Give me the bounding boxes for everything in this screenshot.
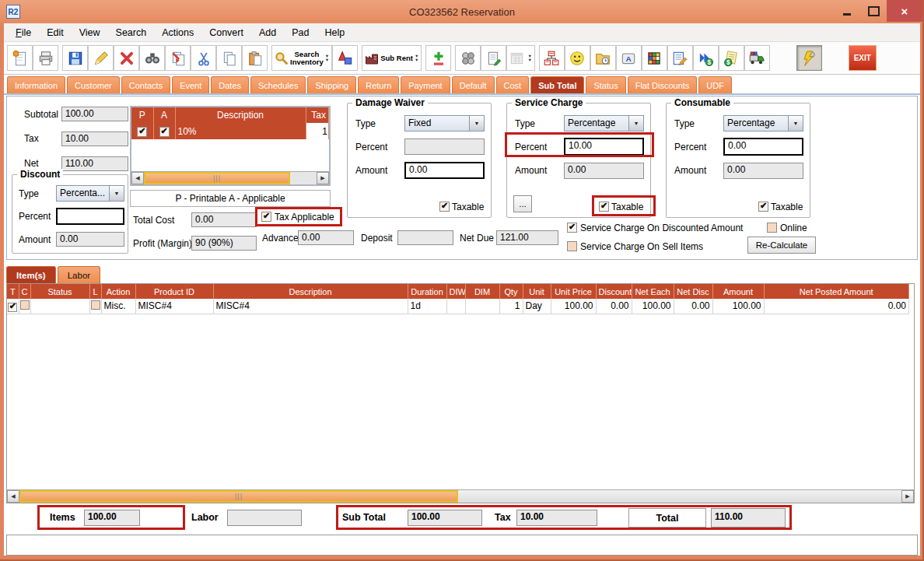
- scroll-left-icon[interactable]: ◀: [7, 490, 19, 503]
- tab-shipping[interactable]: Shipping: [307, 76, 356, 93]
- menu-actions[interactable]: Actions: [155, 25, 201, 40]
- search-inventory-button[interactable]: SearchInventory ▼▼: [271, 45, 332, 71]
- menu-help[interactable]: Help: [317, 25, 352, 40]
- tax-row[interactable]: 10% 1: [131, 123, 329, 139]
- co-type-dropdown[interactable]: Percentage ▼: [723, 115, 803, 131]
- advance-field[interactable]: 0.00: [298, 230, 354, 245]
- exit-button[interactable]: EXIT: [849, 45, 877, 71]
- deposit-field[interactable]: [397, 230, 453, 245]
- subtotal-field[interactable]: 100.00: [61, 107, 128, 121]
- print-button[interactable]: [33, 45, 58, 71]
- sub-rent-button[interactable]: Sub Rent ▼▼: [362, 45, 422, 71]
- chevron-down-icon[interactable]: ▼: [469, 116, 484, 131]
- menu-add[interactable]: Add: [252, 25, 283, 40]
- item-t-checkbox[interactable]: [8, 303, 17, 312]
- notes-button[interactable]: [481, 45, 506, 71]
- items-table-hscrollbar[interactable]: ◀ ▶: [7, 489, 914, 503]
- menu-view[interactable]: View: [72, 25, 107, 40]
- menu-edit[interactable]: Edit: [40, 25, 71, 40]
- tab-contacts[interactable]: Contacts: [121, 76, 170, 93]
- tab-event[interactable]: Event: [172, 76, 209, 93]
- minimize-button[interactable]: [834, 0, 860, 22]
- cut-button[interactable]: [191, 45, 216, 71]
- memo-edit-button[interactable]: [667, 45, 693, 71]
- sc-taxable-checkbox[interactable]: [599, 202, 609, 212]
- item-row[interactable]: Misc. MISC#4 MISC#4 1d 1 Day 100.00 0.00…: [7, 299, 909, 314]
- tab-payment[interactable]: Payment: [401, 76, 450, 93]
- total-cost-field[interactable]: 0.00: [191, 212, 257, 227]
- recalculate-button[interactable]: Re-Calculate: [747, 237, 816, 254]
- discount-percent-field[interactable]: [56, 208, 124, 225]
- sc-percent-field[interactable]: 10.00: [564, 138, 644, 156]
- co-taxable-checkbox[interactable]: [758, 202, 768, 212]
- menu-convert[interactable]: Convert: [202, 25, 250, 40]
- tax-table-scroll-thumb[interactable]: [144, 172, 290, 184]
- items-scroll-thumb[interactable]: [19, 490, 458, 503]
- save-button[interactable]: [62, 45, 88, 71]
- profit-field[interactable]: 90 (90%): [191, 236, 257, 251]
- tab-status[interactable]: Status: [586, 76, 625, 93]
- sc-on-discounted-checkbox[interactable]: [567, 223, 577, 233]
- scroll-right-icon[interactable]: ▶: [901, 490, 914, 503]
- sub-rent-dropdown[interactable]: ▼▼: [414, 54, 419, 62]
- discount-type-dropdown[interactable]: Percenta... ▼: [56, 185, 124, 202]
- invoice-button[interactable]: $: [719, 45, 744, 71]
- org-chart-button[interactable]: [539, 45, 565, 71]
- dw-type-dropdown[interactable]: Fixed ▼: [404, 115, 485, 131]
- menu-search[interactable]: Search: [109, 25, 154, 40]
- menu-pad[interactable]: Pad: [285, 25, 316, 40]
- tab-labor[interactable]: Labor: [58, 266, 100, 283]
- printable-checkbox[interactable]: [137, 127, 147, 137]
- tab-customer[interactable]: Customer: [67, 76, 120, 93]
- rubik-button[interactable]: [642, 45, 667, 71]
- tab-default[interactable]: Default: [452, 76, 495, 93]
- tax-applicable-checkbox[interactable]: [261, 212, 271, 222]
- applicable-checkbox[interactable]: [159, 127, 170, 137]
- quick-actions-button[interactable]: [796, 45, 822, 71]
- chevron-down-icon[interactable]: ▼: [788, 116, 803, 131]
- item-l-checkbox[interactable]: [91, 300, 100, 310]
- find-button[interactable]: [139, 45, 165, 71]
- net-due-field[interactable]: 121.00: [496, 230, 558, 245]
- close-button[interactable]: ×: [887, 0, 922, 22]
- delete-button[interactable]: [114, 45, 139, 71]
- tab-return[interactable]: Return: [358, 76, 399, 93]
- tab-information[interactable]: Information: [7, 76, 65, 93]
- maximize-button[interactable]: [860, 0, 887, 22]
- search-inventory-dropdown[interactable]: ▼▼: [324, 54, 330, 62]
- chevron-down-icon[interactable]: ▼: [109, 186, 124, 201]
- tab-dates[interactable]: Dates: [211, 76, 249, 93]
- tab-udf[interactable]: UDF: [698, 76, 732, 93]
- paste-button[interactable]: [242, 45, 268, 71]
- sc-type-dropdown[interactable]: Percentage ▼: [564, 115, 644, 131]
- summary-tax-field[interactable]: 10.00: [516, 510, 597, 526]
- tab-cost[interactable]: Cost: [496, 76, 530, 93]
- dw-amount-field[interactable]: 0.00: [404, 162, 485, 179]
- sc-amount-field[interactable]: 0.00: [564, 163, 644, 179]
- members-button[interactable]: [455, 45, 481, 71]
- online-checkbox[interactable]: [767, 223, 777, 233]
- tab-sub-total[interactable]: Sub Total: [530, 76, 584, 93]
- item-c-checkbox[interactable]: [20, 300, 30, 310]
- tax-field[interactable]: 10.00: [61, 131, 128, 146]
- summary-labor-field[interactable]: [227, 510, 302, 526]
- shipping-button[interactable]: [744, 45, 770, 71]
- co-percent-field[interactable]: 0.00: [723, 138, 803, 156]
- sc-more-button[interactable]: ...: [513, 195, 532, 212]
- scroll-right-icon[interactable]: ▶: [317, 172, 329, 184]
- keyboard-button[interactable]: A: [616, 45, 642, 71]
- chevron-down-icon[interactable]: ▼: [628, 116, 643, 131]
- sc-on-sell-checkbox[interactable]: [567, 241, 577, 251]
- copy-button[interactable]: [216, 45, 242, 71]
- shapes-button[interactable]: [332, 45, 358, 71]
- scroll-left-icon[interactable]: ◀: [131, 172, 144, 184]
- net-field[interactable]: 110.00: [61, 156, 128, 171]
- new-document-button[interactable]: [7, 45, 33, 71]
- summary-total-field[interactable]: 110.00: [711, 508, 786, 528]
- co-amount-field[interactable]: 0.00: [723, 163, 803, 179]
- summary-items-field[interactable]: 100.00: [84, 510, 140, 526]
- dw-percent-field[interactable]: [404, 138, 485, 155]
- forward-payment-button[interactable]: $: [693, 45, 719, 71]
- tab-schedules[interactable]: Schedules: [250, 76, 306, 93]
- smiley-button[interactable]: [565, 45, 590, 71]
